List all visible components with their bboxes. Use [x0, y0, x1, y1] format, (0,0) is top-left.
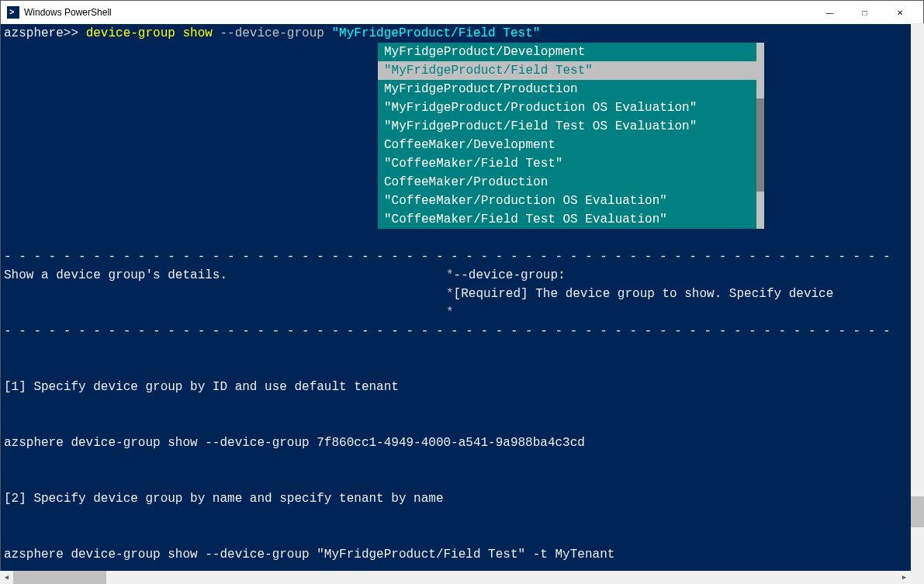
scroll-corner: [911, 571, 924, 584]
window-title: Windows PowerShell: [24, 7, 812, 18]
help-description: Show a device group's details.: [4, 266, 446, 285]
scroll-right-arrow-icon[interactable]: ▶: [898, 571, 911, 584]
divider-line: - - - - - - - - - - - - - - - - - - - - …: [4, 322, 920, 340]
horizontal-scrollbar[interactable]: ◀ ▶: [0, 571, 911, 584]
powershell-icon: [7, 6, 19, 19]
help-section-row2: *[Required] The device group to show. Sp…: [4, 285, 920, 303]
scroll-left-arrow-icon[interactable]: ◀: [0, 571, 13, 584]
help-parameter: *--device-group:: [446, 266, 920, 285]
completion-item[interactable]: MyFridgeProduct/Development: [378, 43, 764, 61]
example-line: [1] Specify device group by ID and use d…: [4, 378, 920, 396]
minimize-button[interactable]: —: [812, 1, 847, 24]
dropdown-scrollbar-thumb[interactable]: [756, 98, 764, 192]
command-text: device-group show: [86, 26, 220, 40]
help-param-desc: [Required] The device group to show. Spe…: [454, 287, 834, 301]
completion-item[interactable]: "MyFridgeProduct/Field Test OS Evaluatio…: [378, 117, 764, 136]
example-line: azsphere device-group show --device-grou…: [4, 545, 920, 564]
maximize-button[interactable]: □: [847, 1, 882, 24]
examples-section: [1] Specify device group by ID and use d…: [4, 340, 920, 583]
flag-text: --device-group: [220, 26, 331, 40]
completion-item[interactable]: CoffeeMaker/Development: [378, 136, 764, 154]
example-line: azsphere device-group show --device-grou…: [4, 434, 920, 452]
completion-item[interactable]: "CoffeeMaker/Field Test": [378, 154, 764, 173]
prompt-text: azsphere>>: [4, 26, 86, 40]
close-button[interactable]: ✕: [882, 1, 917, 24]
vertical-scrollbar-thumb[interactable]: [911, 496, 924, 527]
divider-line: - - - - - - - - - - - - - - - - - - - - …: [4, 247, 920, 266]
powershell-window: Windows PowerShell — □ ✕ azsphere>> devi…: [0, 0, 924, 584]
completion-item[interactable]: MyFridgeProduct/Production: [378, 80, 764, 98]
help-section-row3: *: [4, 303, 920, 322]
completion-item[interactable]: "MyFridgeProduct/Field Test": [378, 61, 764, 80]
vertical-scrollbar[interactable]: [911, 23, 924, 571]
horizontal-scrollbar-thumb[interactable]: [13, 571, 106, 584]
completion-dropdown[interactable]: MyFridgeProduct/Development"MyFridgeProd…: [378, 43, 764, 229]
completion-item[interactable]: "CoffeeMaker/Production OS Evaluation": [378, 192, 764, 210]
argument-text: "MyFridgeProduct/Field Test": [331, 26, 540, 40]
example-line: [2] Specify device group by name and spe…: [4, 489, 920, 508]
completion-item[interactable]: "CoffeeMaker/Field Test OS Evaluation": [378, 210, 764, 229]
titlebar[interactable]: Windows PowerShell — □ ✕: [1, 1, 923, 24]
terminal-area[interactable]: azsphere>> device-group show --device-gr…: [1, 24, 923, 583]
completion-item[interactable]: "MyFridgeProduct/Production OS Evaluatio…: [378, 98, 764, 117]
completion-item[interactable]: CoffeeMaker/Production: [378, 173, 764, 192]
help-section: Show a device group's details. *--device…: [4, 266, 920, 285]
window-controls: — □ ✕: [812, 1, 917, 24]
help-param-name: --device-group:: [454, 268, 566, 282]
command-line[interactable]: azsphere>> device-group show --device-gr…: [4, 24, 920, 43]
